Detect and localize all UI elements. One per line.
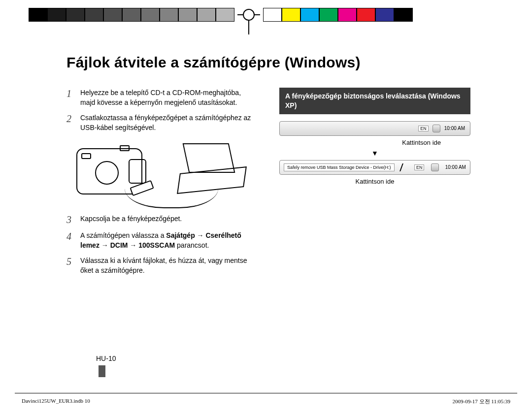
cursor-icon	[399, 163, 409, 171]
swatch	[160, 8, 178, 22]
lead-line	[413, 14, 532, 15]
step-number: 5	[66, 256, 74, 276]
lead-line	[0, 14, 29, 15]
balloon-message: Safely remove USB Mass Storage Device - …	[284, 163, 395, 171]
click-here-hint: Kattintson ide	[279, 178, 470, 185]
swatch	[85, 8, 103, 22]
page-number: HU-10	[96, 355, 116, 362]
footer-left: Davinci125UW_EUR3.indb 10	[22, 398, 90, 404]
footer-right: 2009-09-17 오전 11:05:39	[452, 398, 510, 405]
step-number: 4	[66, 230, 74, 251]
swatch	[319, 8, 338, 22]
color-swatches	[263, 8, 413, 22]
swatch	[66, 8, 85, 22]
step-number: 1	[66, 88, 74, 108]
swatch	[197, 8, 216, 22]
tray-clock: 10:00 AM	[445, 164, 466, 170]
swatch	[357, 8, 375, 22]
content-area: Fájlok átvitele a számítógépre (Windows)…	[66, 54, 470, 280]
step-1: 1 Helyezze be a telepítő CD-t a CD-ROM-m…	[66, 88, 258, 108]
windows-taskbar: EN 10:00 AM	[279, 121, 470, 136]
step-number: 3	[66, 214, 74, 226]
swatch	[300, 8, 319, 22]
callout-heading: A fényképezőgép biztonságos leválasztása…	[279, 88, 470, 114]
swatch	[216, 8, 234, 22]
tray-usb-icon	[431, 163, 439, 171]
swatch	[282, 8, 300, 22]
step-4: 4 A számítógépen válassza a Sajátgép → C…	[66, 230, 258, 251]
swatch	[178, 8, 197, 22]
swatch	[29, 8, 47, 22]
tray-clock: 10:00 AM	[444, 126, 465, 131]
step-number: 2	[66, 113, 74, 133]
step-text-post: parancsot.	[175, 241, 209, 249]
language-indicator: EN	[414, 164, 425, 170]
footer-rule	[15, 393, 517, 393]
down-arrow-icon: ▼	[279, 149, 470, 157]
step-5: 5 Válassza ki a kívánt fájlokat, és húzz…	[66, 256, 258, 276]
step-text: Helyezze be a telepítő CD-t a CD-ROM-meg…	[80, 88, 258, 108]
step-text: Kapcsolja be a fényképezőgépet.	[80, 214, 182, 226]
left-column: 1 Helyezze be a telepítő CD-t a CD-ROM-m…	[66, 88, 258, 280]
print-calibration-bar	[0, 8, 532, 22]
swatch	[47, 8, 66, 22]
swatch	[263, 8, 282, 22]
click-here-hint: Kattintson ide	[279, 139, 470, 146]
tray-usb-icon	[432, 125, 440, 132]
grayscale-swatches	[29, 8, 234, 22]
swatch	[338, 8, 357, 22]
swatch	[375, 8, 394, 22]
step-text: Válassza ki a kívánt fájlokat, és húzza …	[80, 256, 258, 276]
two-columns: 1 Helyezze be a telepítő CD-t a CD-ROM-m…	[66, 88, 470, 280]
right-column: A fényképezőgép biztonságos leválasztása…	[279, 88, 470, 280]
step-text-pre: A számítógépen válassza a	[80, 231, 166, 239]
manual-page: Fájlok átvitele a számítógépre (Windows)…	[0, 0, 532, 419]
swatch	[141, 8, 160, 22]
page-tab	[99, 365, 105, 377]
swatch	[394, 8, 413, 22]
swatch	[122, 8, 141, 22]
swatch	[103, 8, 122, 22]
step-2: 2 Csatlakoztassa a fényképezőgépet a szá…	[66, 113, 258, 133]
step-3: 3 Kapcsolja be a fényképezőgépet.	[66, 214, 258, 226]
page-title: Fájlok átvitele a számítógépre (Windows)	[66, 54, 470, 71]
step-text: A számítógépen válassza a Sajátgép → Cse…	[80, 230, 258, 251]
camera-to-laptop-illustration	[66, 137, 254, 209]
safely-remove-balloon: Safely remove USB Mass Storage Device - …	[279, 160, 470, 175]
language-indicator: EN	[418, 126, 429, 131]
step-text: Csatlakoztassa a fényképezőgépet a számí…	[80, 113, 258, 133]
